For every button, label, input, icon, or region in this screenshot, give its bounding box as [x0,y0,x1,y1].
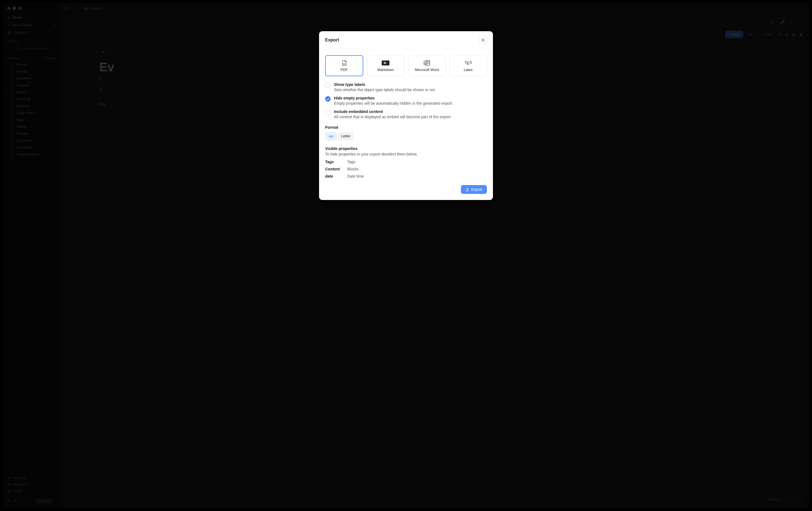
option-show-type-labels: Show type labels Sets whether the object… [325,82,487,92]
format-pdf[interactable]: PDF PDF [325,55,363,76]
close-icon [481,38,485,42]
prop-row-date: date Date time [325,174,487,179]
prop-type: Tags [347,160,355,164]
prop-row-content: Content Blocks [325,167,487,171]
prop-type: Blocks [347,167,358,171]
markdown-icon: M↓ [382,60,389,66]
page-format-label: Format [325,125,487,130]
export-button-label: Export [471,187,483,192]
option-title: Include embedded content [334,109,452,114]
prop-name: Tags [325,160,347,164]
option-include-embedded: Include embedded content All content tha… [325,109,487,119]
modal-header: Export [319,31,493,49]
option-desc: Empty properties will be automatically h… [334,101,453,106]
prop-name: Content [325,167,347,171]
pdf-file-icon: PDF [341,60,347,66]
format-markdown-label: Markdown [377,68,394,72]
visible-properties-rows: Tags Tags Content Blocks date Date time [325,160,487,179]
option-title: Show type labels [334,82,436,87]
checkbox-hide-empty[interactable] [325,96,331,102]
check-icon [326,98,329,101]
page-format-pills: A4 Letter [325,132,487,140]
format-word[interactable]: W Microsoft Word [408,55,446,76]
prop-type: Date time [347,174,364,179]
export-icon [465,188,469,191]
format-latex[interactable]: TEX Latex [450,55,487,76]
modal-body: PDF PDF M↓ Markdown W Microsoft Word TEX [319,49,493,184]
page-format-a4[interactable]: A4 [325,132,337,140]
option-desc: Sets whether the object type labels shou… [334,87,436,92]
export-modal: Export PDF PDF M↓ Markdown W [319,31,493,200]
prop-name: date [325,174,347,179]
format-cards: PDF PDF M↓ Markdown W Microsoft Word TEX [325,55,487,76]
format-latex-label: Latex [464,68,472,72]
modal-footer: Export [319,184,493,200]
option-desc: All content that is displayed as embed w… [334,115,452,119]
svg-text:PDF: PDF [343,63,345,65]
prop-row-tags: Tags Tags [325,160,487,164]
option-title: Hide empty properties [334,96,453,100]
checkbox-include-embedded[interactable] [325,110,331,115]
svg-text:W: W [424,62,427,64]
options-list: Show type labels Sets whether the object… [325,82,487,119]
format-pdf-label: PDF [341,68,348,72]
option-hide-empty: Hide empty properties Empty properties w… [325,96,487,106]
modal-close-button[interactable] [479,36,487,44]
checkbox-show-type-labels[interactable] [325,83,331,88]
export-button[interactable]: Export [461,185,487,194]
format-word-label: Microsoft Word [415,68,439,72]
format-markdown[interactable]: M↓ Markdown [367,55,405,76]
visible-properties-desc: To hide properties in your export desele… [325,152,487,156]
latex-icon: TEX [465,60,472,66]
svg-text:M↓: M↓ [384,61,387,65]
modal-title: Export [325,37,339,43]
page-format-section: Format A4 Letter [325,125,487,140]
visible-properties-section: Visible properties To hide properties in… [325,146,487,179]
visible-properties-label: Visible properties [325,146,487,151]
word-icon: W [424,60,430,66]
page-format-letter[interactable]: Letter [338,132,353,140]
